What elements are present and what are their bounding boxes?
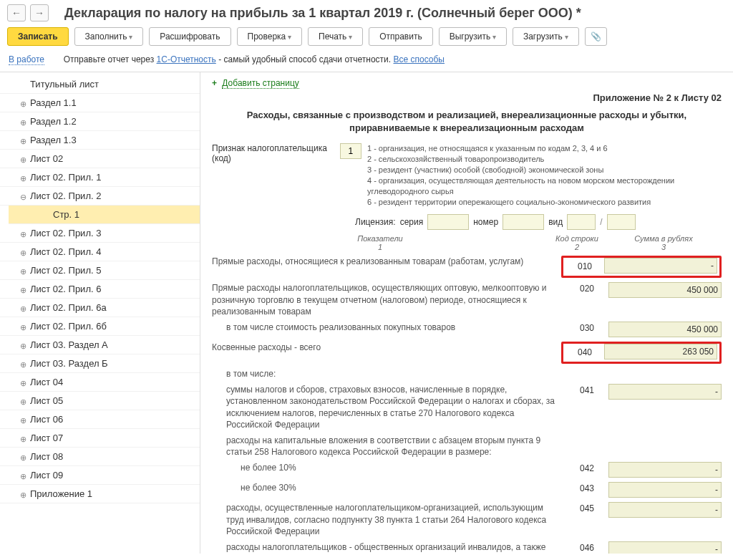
row-label: Прямые расходы, относящиеся к реализован… — [212, 256, 561, 267]
sidebar-item-label: Лист 02 — [30, 153, 63, 164]
toolbar: Записать Заполнить Расшифровать Проверка… — [0, 26, 733, 52]
nav-forward-button[interactable]: → — [30, 4, 49, 21]
fill-button[interactable]: Заполнить — [74, 27, 144, 46]
sidebar-item-label: Лист 06 — [30, 414, 63, 425]
decrypt-button[interactable]: Расшифровать — [149, 27, 230, 46]
sidebar-item[interactable]: ⊕Лист 02. Прил. 6а — [0, 299, 200, 317]
send-button[interactable]: Отправить — [369, 27, 433, 46]
taxpayer-note: 2 - сельскохозяйственный товаропроизводи… — [367, 154, 722, 165]
row-value-input[interactable] — [608, 462, 722, 478]
row-value-input[interactable] — [608, 322, 722, 337]
form-heading: Расходы, связанные с производством и реа… — [241, 109, 693, 135]
form-row: в том числе: — [212, 368, 722, 380]
row-value-input[interactable] — [604, 258, 717, 274]
license-series-label: серия — [400, 217, 424, 227]
tree-toggle-icon[interactable]: ⊕ — [20, 360, 27, 367]
sidebar-item[interactable]: ⊕Лист 09 — [0, 466, 200, 485]
sidebar-item[interactable]: ⊕Лист 08 — [0, 448, 200, 466]
status-link1[interactable]: 1С-Отчетность — [157, 54, 216, 64]
sidebar-item[interactable]: Стр. 1 — [9, 206, 200, 224]
status-in-work[interactable]: В работе — [9, 54, 44, 65]
highlighted-cell: 010 — [561, 256, 722, 278]
nav-back-button[interactable]: ← — [7, 4, 26, 21]
tree-toggle-icon[interactable]: ⊕ — [20, 304, 27, 312]
sidebar-item[interactable]: ⊕Лист 03. Раздел Б — [0, 354, 200, 373]
tree-toggle-icon[interactable]: ⊕ — [20, 397, 27, 405]
add-page-link[interactable]: + Добавить страницу — [212, 78, 722, 88]
row-value-input[interactable] — [608, 502, 722, 518]
sidebar-item[interactable]: ⊕Лист 02. Прил. 6б — [0, 317, 200, 336]
row-value-input[interactable] — [604, 344, 717, 359]
license-type2-input[interactable] — [607, 214, 636, 230]
sidebar-item[interactable]: ⊕Лист 04 — [0, 373, 200, 392]
taxpayer-note: 4 - организация, осуществляющая деятельн… — [367, 175, 722, 197]
tree-toggle-icon[interactable]: ⊕ — [20, 155, 27, 163]
check-button[interactable]: Проверка — [237, 27, 303, 46]
tree-toggle-icon[interactable]: ⊕ — [20, 491, 27, 498]
col-sum: Сумма в рублях — [606, 234, 722, 243]
sidebar-item[interactable]: ⊕Лист 06 — [0, 410, 200, 429]
taxpayer-note: 1 - организация, не относящаяся к указан… — [367, 143, 722, 154]
sidebar-item[interactable]: ⊕Раздел 1.3 — [0, 131, 200, 150]
row-label: расходы, осуществленные налогоплательщик… — [212, 502, 565, 537]
row-value-input[interactable] — [608, 282, 722, 298]
sidebar-item[interactable]: ⊕Лист 02. Прил. 5 — [0, 261, 200, 280]
sidebar-item[interactable]: ⊕Лист 02 — [0, 150, 200, 168]
tree-toggle-icon[interactable]: ⊕ — [20, 342, 27, 349]
tree-toggle-icon[interactable]: ⊕ — [20, 416, 27, 423]
tree-toggle-icon[interactable]: ⊕ — [20, 472, 27, 479]
sidebar-item[interactable]: ⊖Лист 02. Прил. 2 — [0, 187, 200, 206]
license-series-input[interactable] — [427, 214, 469, 230]
sidebar-item[interactable]: ⊕Лист 02. Прил. 4 — [0, 243, 200, 261]
sidebar-item[interactable]: ⊕Лист 03. Раздел А — [0, 336, 200, 354]
tree-toggle-icon[interactable]: ⊕ — [20, 137, 27, 144]
sidebar-item[interactable]: ⊕Лист 05 — [0, 392, 200, 410]
status-msg1: Отправьте отчет через — [64, 54, 155, 64]
tree-toggle-icon[interactable]: ⊕ — [20, 174, 27, 181]
save-button[interactable]: Записать — [7, 27, 69, 46]
row-label: не более 30% — [212, 482, 565, 493]
tree-toggle-icon[interactable]: ⊕ — [20, 118, 27, 125]
status-link2[interactable]: Все способы — [394, 54, 445, 64]
tree-toggle-icon[interactable]: ⊖ — [20, 193, 27, 200]
license-row: Лицензия: серия номер вид / — [355, 214, 722, 230]
license-type1-input[interactable] — [567, 214, 596, 230]
taxpayer-code-input[interactable] — [340, 143, 361, 159]
row-value-input[interactable] — [608, 482, 722, 498]
load-button[interactable]: Загрузить — [513, 27, 579, 46]
export-button[interactable]: Выгрузить — [439, 27, 507, 46]
tree-toggle-icon[interactable]: ⊕ — [20, 286, 27, 293]
sidebar-item-label: Лист 02. Прил. 3 — [30, 228, 101, 238]
row-value-input[interactable] — [608, 384, 722, 400]
tree-toggle-icon[interactable]: ⊕ — [20, 100, 27, 107]
sidebar-item-label: Лист 03. Раздел А — [30, 339, 108, 350]
tree-toggle-icon[interactable]: ⊕ — [20, 435, 27, 442]
taxpayer-label: Признак налогоплательщика (код) — [212, 143, 334, 163]
row-label: в том числе стоимость реализованных поку… — [212, 322, 565, 333]
sidebar-item[interactable]: ⊕Лист 02. Прил. 3 — [0, 224, 200, 243]
col-indicator: Показатели — [212, 234, 548, 243]
sidebar-item[interactable]: ⊕Лист 07 — [0, 429, 200, 448]
sidebar-item[interactable]: ⊕Лист 02. Прил. 6 — [0, 280, 200, 299]
row-value — [608, 502, 722, 518]
sidebar-item[interactable]: ⊕Раздел 1.2 — [0, 112, 200, 131]
tree-toggle-icon[interactable]: ⊕ — [20, 379, 27, 386]
sidebar-item[interactable]: ⊕Приложение 1 — [0, 485, 200, 503]
sidebar-item[interactable]: ⊕Раздел 1.1 — [0, 94, 200, 112]
license-number-input[interactable] — [503, 214, 544, 230]
row-value-input[interactable] — [608, 541, 722, 554]
form-row: расходы налогоплательщиков - общественны… — [212, 541, 722, 554]
tree-toggle-icon[interactable]: ⊕ — [20, 453, 27, 460]
page-title: Декларация по налогу на прибыль за 1 ква… — [64, 6, 581, 21]
sidebar-item[interactable]: Титульный лист — [0, 75, 200, 94]
row-value — [608, 482, 722, 498]
sidebar-item[interactable]: ⊕Лист 02. Прил. 1 — [0, 168, 200, 187]
tree-toggle-icon[interactable]: ⊕ — [20, 248, 27, 256]
tree-toggle-icon[interactable]: ⊕ — [20, 323, 27, 330]
tree-toggle-icon[interactable]: ⊕ — [20, 267, 27, 274]
print-button[interactable]: Печать — [308, 27, 363, 46]
tree-toggle-icon[interactable]: ⊕ — [20, 230, 27, 237]
row-label: не более 10% — [212, 462, 565, 473]
form-row: расходы, осуществленные налогоплательщик… — [212, 502, 722, 537]
attachments-button[interactable]: 📎 — [585, 27, 607, 46]
